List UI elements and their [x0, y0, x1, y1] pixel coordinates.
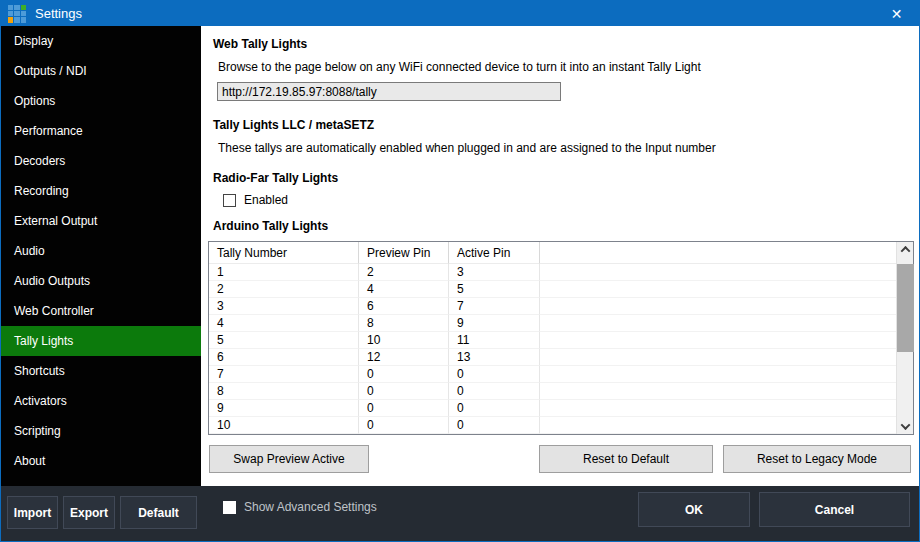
table-cell: 0 — [359, 417, 449, 434]
show-advanced-settings-checkbox[interactable] — [223, 501, 236, 514]
table-row[interactable]: 1000 — [209, 417, 896, 434]
table-cell: 2 — [209, 281, 359, 298]
table-cell: 7 — [449, 298, 540, 315]
sidebar-item-about[interactable]: About — [1, 446, 201, 476]
swap-preview-active-button[interactable]: Swap Preview Active — [209, 445, 369, 473]
table-cell: 0 — [449, 400, 540, 417]
table-cell: 10 — [209, 417, 359, 434]
table-cell — [540, 400, 896, 417]
tally-url-input[interactable] — [217, 82, 561, 101]
sidebar-item-outputs-ndi[interactable]: Outputs / NDI — [1, 56, 201, 86]
table-row[interactable]: 51011 — [209, 332, 896, 349]
radio-far-enabled-row[interactable]: Enabled — [223, 193, 288, 207]
table-cell — [540, 366, 896, 383]
table-row[interactable]: 700 — [209, 366, 896, 383]
table-row[interactable]: 800 — [209, 383, 896, 400]
table-cell — [540, 281, 896, 298]
table-cell: 13 — [449, 349, 540, 366]
table-cell: 8 — [209, 383, 359, 400]
sidebar-item-shortcuts[interactable]: Shortcuts — [1, 356, 201, 386]
arduino-tally-table: Tally Number Preview Pin Active Pin 1232… — [208, 241, 914, 435]
sidebar-item-external-output[interactable]: External Output — [1, 206, 201, 236]
table-cell: 11 — [449, 332, 540, 349]
table-cell — [540, 264, 896, 281]
cancel-button[interactable]: Cancel — [759, 492, 910, 527]
table-row[interactable]: 367 — [209, 298, 896, 315]
table-cell: 6 — [209, 349, 359, 366]
table-row[interactable]: 245 — [209, 281, 896, 298]
table-cell: 0 — [359, 383, 449, 400]
reset-to-default-button[interactable]: Reset to Default — [539, 445, 713, 473]
sidebar-item-recording[interactable]: Recording — [1, 176, 201, 206]
table-cell: 4 — [209, 315, 359, 332]
table-cell: 0 — [449, 366, 540, 383]
table-cell — [540, 349, 896, 366]
table-cell: 9 — [449, 315, 540, 332]
sidebar-item-decoders[interactable]: Decoders — [1, 146, 201, 176]
table-cell — [540, 298, 896, 315]
sidebar-item-activators[interactable]: Activators — [1, 386, 201, 416]
close-icon[interactable]: ✕ — [874, 1, 919, 26]
arduino-table-rows: 12324536748951011612137008009001000 — [209, 264, 896, 434]
import-button[interactable]: Import — [7, 496, 58, 529]
table-cell: 6 — [359, 298, 449, 315]
sidebar-item-scripting[interactable]: Scripting — [1, 416, 201, 446]
scrollbar-thumb[interactable] — [897, 264, 914, 352]
sidebar-item-options[interactable]: Options — [1, 86, 201, 116]
table-cell: 5 — [449, 281, 540, 298]
web-tally-description: Browse to the page below on any WiFi con… — [218, 60, 701, 74]
export-button[interactable]: Export — [63, 496, 115, 529]
sidebar-item-web-controller[interactable]: Web Controller — [1, 296, 201, 326]
sidebar-item-display[interactable]: Display — [1, 26, 201, 56]
arduino-title: Arduino Tally Lights — [213, 219, 328, 233]
sidebar-item-audio-outputs[interactable]: Audio Outputs — [1, 266, 201, 296]
table-cell — [540, 383, 896, 400]
table-cell: 0 — [359, 366, 449, 383]
sidebar-item-tally-lights[interactable]: Tally Lights — [1, 326, 201, 356]
llc-description: These tallys are automatically enabled w… — [218, 141, 716, 155]
ok-button[interactable]: OK — [638, 492, 750, 527]
column-header-active-pin[interactable]: Active Pin — [449, 242, 540, 264]
enabled-checkbox-label: Enabled — [244, 193, 288, 207]
footer-bar: Import Export Default Show Advanced Sett… — [1, 486, 919, 541]
web-tally-title: Web Tally Lights — [213, 37, 307, 51]
table-row[interactable]: 900 — [209, 400, 896, 417]
table-cell: 5 — [209, 332, 359, 349]
enabled-checkbox[interactable] — [223, 194, 236, 207]
radio-far-title: Radio-Far Tally Lights — [213, 171, 338, 185]
table-cell: 4 — [359, 281, 449, 298]
table-cell: 8 — [359, 315, 449, 332]
sidebar-item-audio[interactable]: Audio — [1, 236, 201, 266]
table-cell: 9 — [209, 400, 359, 417]
main-content: Web Tally Lights Browse to the page belo… — [201, 26, 919, 486]
sidebar-item-performance[interactable]: Performance — [1, 116, 201, 146]
scroll-up-icon[interactable] — [897, 242, 914, 257]
table-row[interactable]: 123 — [209, 264, 896, 281]
titlebar: Settings ✕ — [1, 1, 919, 26]
table-cell: 0 — [449, 417, 540, 434]
table-cell: 0 — [449, 383, 540, 400]
show-advanced-settings-row[interactable]: Show Advanced Settings — [223, 500, 377, 514]
table-scrollbar[interactable] — [896, 242, 913, 434]
table-cell: 12 — [359, 349, 449, 366]
settings-window: Settings ✕ DisplayOutputs / NDIOptionsPe… — [0, 0, 920, 542]
table-row[interactable]: 489 — [209, 315, 896, 332]
reset-to-legacy-mode-button[interactable]: Reset to Legacy Mode — [723, 445, 911, 473]
table-cell: 0 — [359, 400, 449, 417]
default-button[interactable]: Default — [120, 496, 197, 529]
table-cell — [540, 332, 896, 349]
table-cell — [540, 315, 896, 332]
app-logo-icon — [8, 5, 26, 23]
table-row[interactable]: 61213 — [209, 349, 896, 366]
column-header-preview-pin[interactable]: Preview Pin — [359, 242, 449, 264]
table-header: Tally Number Preview Pin Active Pin — [209, 242, 896, 264]
table-cell: 7 — [209, 366, 359, 383]
table-cell — [540, 417, 896, 434]
table-cell: 10 — [359, 332, 449, 349]
scroll-down-icon[interactable] — [897, 419, 914, 434]
column-header-empty — [540, 242, 896, 264]
column-header-tally-number[interactable]: Tally Number — [209, 242, 359, 264]
table-cell: 1 — [209, 264, 359, 281]
window-title: Settings — [35, 6, 82, 21]
table-cell: 2 — [359, 264, 449, 281]
